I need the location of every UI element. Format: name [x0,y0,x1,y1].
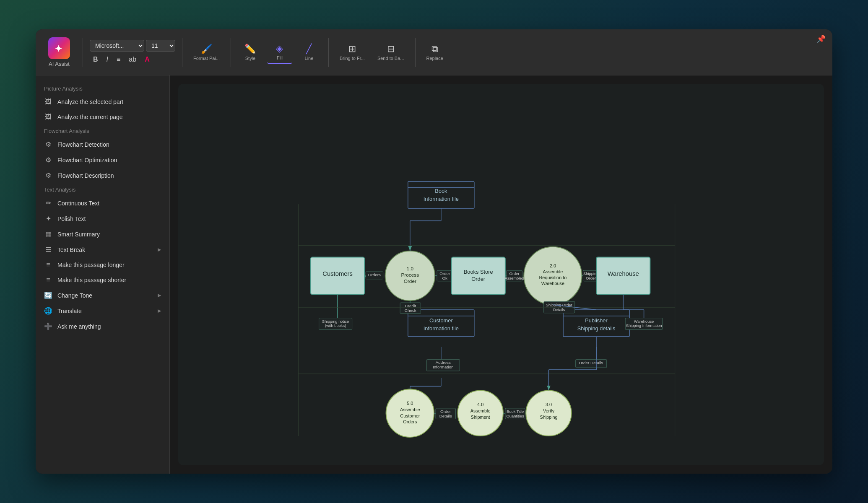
analyze-page-icon: 🖼 [44,113,52,121]
pin-icon[interactable]: 📌 [816,34,826,44]
line-icon: ╱ [306,44,312,54]
fill-label: Fill [277,55,283,60]
sidebar-item-shorter[interactable]: ≡ Make this passage shorter [36,272,169,288]
svg-text:Books Store: Books Store [464,269,493,275]
sidebar-item-continuous-text[interactable]: ✏ Continuous Text [36,195,169,211]
svg-text:Customer: Customer [400,413,420,418]
send-back-label: Send to Ba... [377,56,404,61]
sidebar-item-polish-text[interactable]: ✦ Polish Text [36,211,169,226]
sidebar: Picture Analysis 🖼 Analyze the selected … [36,75,170,474]
font-size-select[interactable]: 11 [146,40,175,52]
longer-label: Make this passage longer [57,262,125,268]
svg-text:Ok: Ok [442,276,447,280]
svg-text:Assemble: Assemble [400,407,420,412]
line-button[interactable]: ╱ Line [296,41,322,63]
sidebar-item-translate[interactable]: 🌐 Translate ▶ [36,303,169,319]
svg-text:✦: ✦ [55,44,62,54]
diagram-container: Book Information file Customer Informati… [178,84,824,465]
flowchart-optimization-icon: ⚙ [44,156,52,164]
svg-text:Order: Order [586,276,596,280]
svg-text:Order Details: Order Details [579,360,603,365]
replace-label: Replace [426,56,443,61]
sidebar-item-flowchart-optimization[interactable]: ⚙ Flowchart Optimization [36,152,169,168]
text-break-label: Text Break [57,246,85,253]
align-button[interactable]: ≡ [113,54,124,65]
change-tone-label: Change Tone [57,292,92,299]
continuous-text-icon: ✏ [44,199,52,207]
svg-text:Warehouse: Warehouse [634,319,654,324]
svg-text:Warehouse: Warehouse [608,270,639,277]
translate-arrow: ▶ [158,308,161,314]
sidebar-item-change-tone[interactable]: 🔄 Change Tone ▶ [36,288,169,303]
svg-text:2.0: 2.0 [550,263,556,268]
sidebar-item-ask-me[interactable]: ➕ Ask me anything [36,319,169,334]
font-row-1: Microsoft... 11 [90,40,175,52]
svg-text:Order: Order [439,271,450,276]
case-button[interactable]: ab [125,54,140,65]
picture-analysis-title: Picture Analysis [36,82,169,94]
text-break-arrow: ▶ [158,247,161,252]
canvas-area[interactable]: Book Information file Customer Informati… [170,75,832,474]
bold-button[interactable]: B [90,54,101,65]
svg-text:Details: Details [439,414,452,418]
sidebar-item-smart-summary[interactable]: ▦ Smart Summary [36,226,169,242]
svg-text:Shipping Information: Shipping Information [626,324,662,328]
svg-text:Address: Address [436,360,451,365]
svg-text:Verify: Verify [543,408,555,413]
sidebar-item-analyze-selected[interactable]: 🖼 Analyze the selected part [36,94,169,109]
sidebar-item-flowchart-detection[interactable]: ⚙ Flowchart Detection [36,137,169,152]
sidebar-item-analyze-page[interactable]: 🖼 Analyze the current page [36,109,169,124]
line-label: Line [305,56,314,61]
sidebar-item-longer[interactable]: ≡ Make this passage longer [36,257,169,272]
sidebar-item-flowchart-description[interactable]: ⚙ Flowchart Description [36,168,169,183]
font-family-select[interactable]: Microsoft... [90,40,144,52]
ai-assist-label: AI Assist [49,61,70,67]
sidebar-item-text-break[interactable]: ☰ Text Break ▶ [36,242,169,257]
svg-text:(with books): (with books) [325,324,346,328]
svg-text:Book: Book [435,188,447,194]
italic-button[interactable]: I [103,54,112,65]
ask-me-label: Ask me anything [57,323,101,330]
svg-text:Publisher: Publisher [585,317,608,324]
divider-2 [182,38,182,67]
svg-text:Assembled: Assembled [504,276,524,280]
replace-icon: ⧉ [431,44,438,54]
svg-text:Check: Check [405,308,416,313]
svg-text:Assemble: Assemble [543,269,563,274]
format-painter-button[interactable]: 🖌️ Format Pai... [189,41,224,63]
style-button[interactable]: ✏️ Style [238,41,263,63]
svg-text:Information file: Information file [424,325,459,332]
bring-front-icon: ⊞ [348,44,356,54]
divider-4 [328,38,329,67]
svg-text:Credit: Credit [405,303,416,308]
svg-text:Order: Order [509,272,520,276]
flowchart-description-icon: ⚙ [44,171,52,179]
flowchart-analysis-title: Flowchart Analysis [36,124,169,137]
translate-icon: 🌐 [44,307,52,315]
fill-button[interactable]: ◈ Fill [267,41,292,64]
svg-text:4.0: 4.0 [477,402,483,407]
svg-text:Process: Process [401,272,419,278]
continuous-text-label: Continuous Text [57,200,99,207]
diagram-svg: Book Information file Customer Informati… [178,84,824,465]
svg-text:Shipping notice: Shipping notice [322,319,349,324]
longer-icon: ≡ [44,261,52,269]
bring-front-button[interactable]: ⊞ Bring to Fr... [335,41,369,63]
send-back-button[interactable]: ⊟ Send to Ba... [373,41,408,63]
divider-5 [415,38,416,67]
svg-text:Requisition to: Requisition to [539,275,567,280]
ask-me-icon: ➕ [44,322,52,330]
translate-left: 🌐 Translate [44,307,82,315]
toolbar: ✦ AI Assist Microsoft... 11 B I ≡ ab A [36,29,832,75]
font-section: Microsoft... 11 B I ≡ ab A [90,40,175,65]
app-window: ✦ AI Assist Microsoft... 11 B I ≡ ab A [36,29,832,474]
translate-label: Translate [57,308,82,314]
svg-text:Information file: Information file [424,196,459,202]
ai-assist-button[interactable]: ✦ AI Assist [42,37,76,67]
font-color-button[interactable]: A [141,54,153,65]
style-icon: ✏️ [244,44,256,54]
analyze-selected-label: Analyze the selected part [57,99,123,105]
replace-button[interactable]: ⧉ Replace [422,41,447,63]
book-info-file [408,181,474,208]
svg-text:Details: Details [553,308,565,312]
